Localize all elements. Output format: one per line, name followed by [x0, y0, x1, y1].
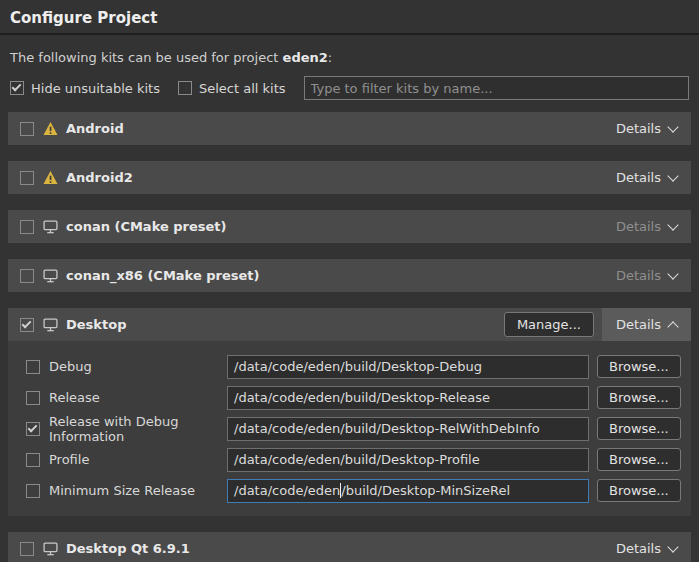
select-all-kits-checkbox[interactable]: Select all kits	[178, 81, 286, 96]
kit-row: conan_x86 (CMake preset) Details	[8, 259, 691, 292]
kit-checkbox[interactable]	[20, 220, 34, 234]
kit-list: Android Details Android2 Details	[8, 112, 691, 562]
browse-button[interactable]: Browse...	[597, 448, 681, 471]
chevron-down-icon	[667, 170, 678, 181]
kit-filter-input[interactable]	[304, 76, 689, 100]
checkbox-icon	[10, 81, 24, 95]
select-all-kits-label: Select all kits	[199, 81, 286, 96]
checkbox-icon	[178, 81, 192, 95]
build-dir-value: /data/code/eden/build/Desktop-Debug	[234, 359, 482, 374]
details-label: Details	[616, 170, 661, 185]
build-dir-value: /data/code/eden/build/Desktop-Profile	[234, 452, 480, 467]
monitor-icon	[43, 269, 58, 283]
config-row-relwithdebinfo: Release with Debug Information /data/cod…	[26, 416, 679, 441]
kit-row: conan (CMake preset) Details	[8, 210, 691, 243]
config-checkbox[interactable]	[26, 484, 40, 498]
kits-description: The following kits can be used for proje…	[10, 50, 689, 65]
details-toggle[interactable]: Details	[602, 532, 691, 562]
kits-description-suffix: :	[328, 50, 332, 65]
details-toggle[interactable]: Details	[602, 112, 691, 145]
monitor-icon	[43, 318, 58, 332]
manage-kits-button[interactable]: Manage...	[504, 312, 594, 337]
desktop-build-config-panel: Debug /data/code/eden/build/Desktop-Debu…	[8, 341, 691, 516]
kit-row: Desktop Qt 6.9.1 Details	[8, 532, 691, 562]
kit-checkbox[interactable]	[20, 542, 34, 556]
kit-name: Desktop	[66, 317, 126, 332]
warning-icon	[43, 171, 58, 184]
config-row-minsizerel: Minimum Size Release /data/code/eden/bui…	[26, 478, 679, 503]
config-row-debug: Debug /data/code/eden/build/Desktop-Debu…	[26, 354, 679, 379]
kit-checkbox[interactable]	[20, 269, 34, 283]
browse-button[interactable]: Browse...	[597, 355, 681, 378]
warning-icon	[43, 122, 58, 135]
chevron-down-icon	[667, 268, 678, 279]
kit-row: Android2 Details	[8, 161, 691, 194]
config-row-profile: Profile /data/code/eden/build/Desktop-Pr…	[26, 447, 679, 472]
kits-description-text: The following kits can be used for proje…	[10, 50, 283, 65]
details-label: Details	[616, 121, 661, 136]
dialog-header: Configure Project	[0, 0, 699, 35]
kit-conan-x86: conan_x86 (CMake preset) Details	[8, 259, 691, 292]
details-label: Details	[616, 541, 661, 556]
chevron-up-icon	[667, 321, 678, 332]
config-label: Minimum Size Release	[49, 483, 227, 498]
build-dir-value: /data/code/eden	[234, 483, 340, 498]
kit-checkbox[interactable]	[20, 318, 34, 332]
kit-row: Android Details	[8, 112, 691, 145]
browse-button[interactable]: Browse...	[597, 479, 681, 502]
kit-name: conan (CMake preset)	[66, 219, 227, 234]
config-label: Profile	[49, 452, 227, 467]
kit-name: Desktop Qt 6.9.1	[66, 541, 190, 556]
kit-name: Android	[66, 121, 124, 136]
config-checkbox[interactable]	[26, 422, 40, 436]
kit-checkbox[interactable]	[20, 122, 34, 136]
kit-desktop: Desktop Manage... Details Debug /data/co…	[8, 308, 691, 516]
build-dir-input-focused[interactable]: /data/code/eden/build/Desktop-MinSizeRel	[227, 479, 589, 503]
check-icon	[22, 318, 32, 328]
kit-name: conan_x86 (CMake preset)	[66, 268, 260, 283]
kit-row: Desktop Manage... Details	[8, 308, 691, 341]
kit-desktop-qt-691: Desktop Qt 6.9.1 Details	[8, 532, 691, 562]
config-label: Release	[49, 390, 227, 405]
config-label: Release with Debug Information	[49, 414, 227, 444]
browse-button[interactable]: Browse...	[597, 386, 681, 409]
kit-android2: Android2 Details	[8, 161, 691, 194]
hide-unsuitable-kits-checkbox[interactable]: Hide unsuitable kits	[10, 81, 160, 96]
page-title: Configure Project	[10, 9, 689, 27]
details-label: Details	[616, 317, 661, 332]
details-label: Details	[616, 268, 661, 283]
build-dir-value: /data/code/eden/build/Desktop-RelWithDeb…	[234, 421, 540, 436]
details-toggle[interactable]: Details	[602, 210, 691, 243]
build-dir-input[interactable]: /data/code/eden/build/Desktop-Release	[227, 386, 589, 410]
build-dir-value: /build/Desktop-MinSizeRel	[341, 483, 510, 498]
build-dir-input[interactable]: /data/code/eden/build/Desktop-Debug	[227, 355, 589, 379]
config-checkbox[interactable]	[26, 453, 40, 467]
kit-conan: conan (CMake preset) Details	[8, 210, 691, 243]
details-toggle[interactable]: Details	[602, 308, 691, 341]
build-dir-input[interactable]: /data/code/eden/build/Desktop-Profile	[227, 448, 589, 472]
config-label: Debug	[49, 359, 227, 374]
kit-name: Android2	[66, 170, 133, 185]
chevron-down-icon	[667, 121, 678, 132]
hide-unsuitable-kits-label: Hide unsuitable kits	[31, 81, 160, 96]
details-toggle[interactable]: Details	[602, 161, 691, 194]
details-label: Details	[616, 219, 661, 234]
config-checkbox[interactable]	[26, 391, 40, 405]
kit-checkbox[interactable]	[20, 171, 34, 185]
config-row-release: Release /data/code/eden/build/Desktop-Re…	[26, 385, 679, 410]
kit-android: Android Details	[8, 112, 691, 145]
monitor-icon	[43, 542, 58, 556]
check-icon	[12, 82, 22, 92]
chevron-down-icon	[667, 219, 678, 230]
check-icon	[28, 422, 38, 432]
monitor-icon	[43, 220, 58, 234]
build-dir-input[interactable]: /data/code/eden/build/Desktop-RelWithDeb…	[227, 417, 589, 441]
browse-button[interactable]: Browse...	[597, 417, 681, 440]
details-toggle[interactable]: Details	[602, 259, 691, 292]
project-name: eden2	[283, 50, 328, 65]
build-dir-value: /data/code/eden/build/Desktop-Release	[234, 390, 490, 405]
chevron-down-icon	[667, 541, 678, 552]
config-checkbox[interactable]	[26, 360, 40, 374]
kit-filter-controls: Hide unsuitable kits Select all kits	[10, 76, 689, 100]
